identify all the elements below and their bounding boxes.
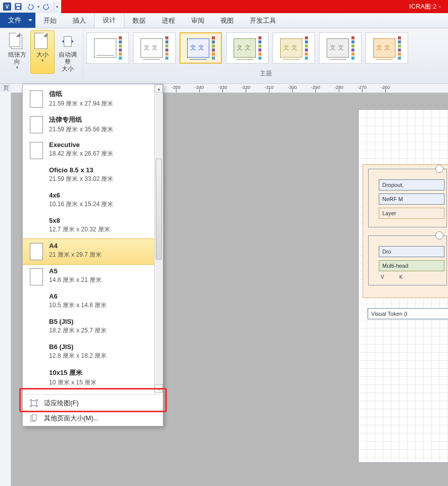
scroll-down-button[interactable]: ▾ xyxy=(155,384,163,393)
themes-group-label: 主题 xyxy=(83,69,448,79)
diagram-content: Dropout, NeRF M Layer Dro Multi-head V K xyxy=(363,164,448,322)
svg-rect-1 xyxy=(16,4,20,6)
tab-开发工具[interactable]: 开发工具 xyxy=(242,13,284,28)
tab-插入[interactable]: 插入 xyxy=(65,13,94,28)
dropdown-scrollbar[interactable]: ▴ ▾ xyxy=(154,84,163,393)
size-option-dim: 18.42 厘米 x 26.67 厘米 xyxy=(49,150,113,158)
size-option[interactable]: Oficio 8.5 x 1321.59 厘米 x 33.02 厘米 xyxy=(23,163,163,188)
size-option-dim: 10.5 厘米 x 14.8 厘米 xyxy=(49,301,107,310)
size-option[interactable]: A514.8 厘米 x 21 厘米 xyxy=(23,264,163,289)
size-option-name: 4x6 xyxy=(49,191,113,199)
size-option-dim: 10.16 厘米 x 15.24 厘米 xyxy=(49,200,113,209)
ribbon: 纸张方向 ▾ 大小 ▾ 自动调整大小 文文文文文文文文文文文文 主题 xyxy=(0,28,448,84)
quick-access-toolbar: V ▾ ▾ xyxy=(0,2,61,12)
tab-数据[interactable]: 数据 xyxy=(124,13,154,28)
pages-icon xyxy=(30,414,38,422)
page-icon xyxy=(30,243,43,260)
theme-item[interactable] xyxy=(86,32,129,64)
size-dropdown: 信纸21.59 厘米 x 27.94 厘米法律专用纸21.59 厘米 x 35.… xyxy=(22,84,163,426)
tab-开始[interactable]: 开始 xyxy=(35,13,65,28)
page-icon xyxy=(30,142,43,159)
size-option-dim: 10 厘米 x 15 厘米 xyxy=(49,378,97,387)
tab-设计[interactable]: 设计 xyxy=(94,12,124,28)
diagram-box[interactable]: Visual Token (I xyxy=(368,308,448,319)
scroll-thumb[interactable] xyxy=(156,159,162,260)
autofit-button[interactable]: 自动调整大小 xyxy=(56,30,80,74)
size-option-dim: 21.59 厘米 x 27.94 厘米 xyxy=(49,100,113,108)
size-option-name: Oficio 8.5 x 13 xyxy=(49,166,113,174)
size-option-dim: 21.59 厘米 x 35.56 厘米 xyxy=(49,125,113,134)
svg-rect-6 xyxy=(32,415,36,420)
title-strip: ICRA图:2 - xyxy=(61,0,448,13)
size-option-dim: 21 厘米 x 29.7 厘米 xyxy=(49,251,102,259)
size-option-name: 10x15 厘米 xyxy=(49,368,97,377)
theme-item[interactable]: 文文 xyxy=(366,32,408,64)
diagram-box[interactable]: NeRF M xyxy=(379,193,444,205)
size-option-name: Executive xyxy=(49,141,113,149)
diagram-box[interactable]: Layer xyxy=(379,208,444,219)
scroll-up-button[interactable]: ▴ xyxy=(155,84,163,93)
size-option[interactable]: 5x812.7 厘米 x 20.32 厘米 xyxy=(23,214,163,239)
size-option-name: 信纸 xyxy=(49,89,113,99)
size-option[interactable]: 10x15 厘米10 厘米 x 15 厘米 xyxy=(23,365,163,391)
size-option-dim: 21.59 厘米 x 33.02 厘米 xyxy=(49,175,113,183)
app-icon: V xyxy=(3,3,11,11)
size-option[interactable]: A610.5 厘米 x 14.8 厘米 xyxy=(23,289,163,315)
size-option[interactable]: 4x610.16 厘米 x 15.24 厘米 xyxy=(23,188,163,214)
page-icon xyxy=(30,268,43,285)
theme-item[interactable]: 文文 xyxy=(273,32,315,64)
qat-undo-button[interactable] xyxy=(25,2,35,12)
workspace: 页 -360-350-340-330-320-310-300-290-280-2… xyxy=(0,84,448,486)
size-option-name: B6 (JIS) xyxy=(49,343,107,351)
fit-to-drawing-item[interactable]: 适应绘图(F) xyxy=(23,396,163,411)
theme-item[interactable]: 文文 xyxy=(319,32,362,64)
ribbon-tabs: 文件 开始插入设计数据进程审阅视图开发工具 xyxy=(0,13,448,28)
theme-item[interactable]: 文文 xyxy=(133,32,175,64)
size-option-name: 法律专用纸 xyxy=(49,115,113,124)
size-option[interactable]: B6 (JIS)12.8 厘米 x 18.2 厘米 xyxy=(23,340,163,365)
document-title: ICRA图:2 - xyxy=(409,3,441,11)
fit-icon xyxy=(30,399,38,407)
tab-审阅[interactable]: 审阅 xyxy=(183,13,212,28)
tab-进程[interactable]: 进程 xyxy=(154,13,183,28)
size-option-name: 5x8 xyxy=(49,217,110,224)
size-option[interactable]: A421 厘米 x 29.7 厘米 xyxy=(23,239,163,264)
size-option-name: A5 xyxy=(49,267,102,275)
size-option-dim: 14.8 厘米 x 21 厘米 xyxy=(49,276,102,284)
file-tab[interactable]: 文件 xyxy=(0,13,35,28)
more-page-sizes-item[interactable]: 其他页面大小(M)... xyxy=(23,411,163,426)
theme-gallery[interactable]: 文文文文文文文文文文文文 xyxy=(83,30,448,64)
diagram-box[interactable]: Multi-head xyxy=(379,260,444,271)
orientation-button[interactable]: 纸张方向 ▾ xyxy=(5,30,29,74)
size-option-name: A4 xyxy=(49,242,102,250)
theme-item[interactable]: 文文 xyxy=(180,32,222,64)
title-bar: V ▾ ▾ ICRA图:2 - xyxy=(0,0,448,13)
size-option[interactable]: Executive18.42 厘米 x 26.67 厘米 xyxy=(23,138,163,163)
svg-rect-3 xyxy=(64,36,72,46)
tab-视图[interactable]: 视图 xyxy=(212,13,242,28)
size-option[interactable]: 信纸21.59 厘米 x 27.94 厘米 xyxy=(23,86,163,112)
size-option[interactable]: B5 (JIS)18.2 厘米 x 25.7 厘米 xyxy=(23,315,163,340)
size-option[interactable]: 法律专用纸21.59 厘米 x 35.56 厘米 xyxy=(23,112,163,138)
size-option-name: B5 (JIS) xyxy=(49,318,107,325)
diagram-box[interactable]: Dropout, xyxy=(379,179,444,190)
page-setup-group: 纸张方向 ▾ 大小 ▾ 自动调整大小 xyxy=(2,30,83,79)
svg-rect-2 xyxy=(17,7,20,9)
size-option-name: A6 xyxy=(49,293,107,300)
vertical-ruler xyxy=(0,93,11,486)
qat-redo-button[interactable] xyxy=(41,2,52,12)
size-option-dim: 12.7 厘米 x 20.32 厘米 xyxy=(49,225,110,234)
diagram-box[interactable]: Dro xyxy=(379,246,444,257)
page-icon xyxy=(30,90,43,108)
drawing-page[interactable]: Dropout, NeRF M Layer Dro Multi-head V K xyxy=(358,109,448,463)
size-button[interactable]: 大小 ▾ xyxy=(30,30,55,74)
size-option-dim: 18.2 厘米 x 25.7 厘米 xyxy=(49,326,107,335)
theme-item[interactable]: 文文 xyxy=(226,32,268,64)
size-option-dim: 12.8 厘米 x 18.2 厘米 xyxy=(49,352,107,360)
page-icon xyxy=(30,116,43,133)
qat-save-button[interactable] xyxy=(13,2,23,12)
svg-rect-4 xyxy=(31,401,36,406)
